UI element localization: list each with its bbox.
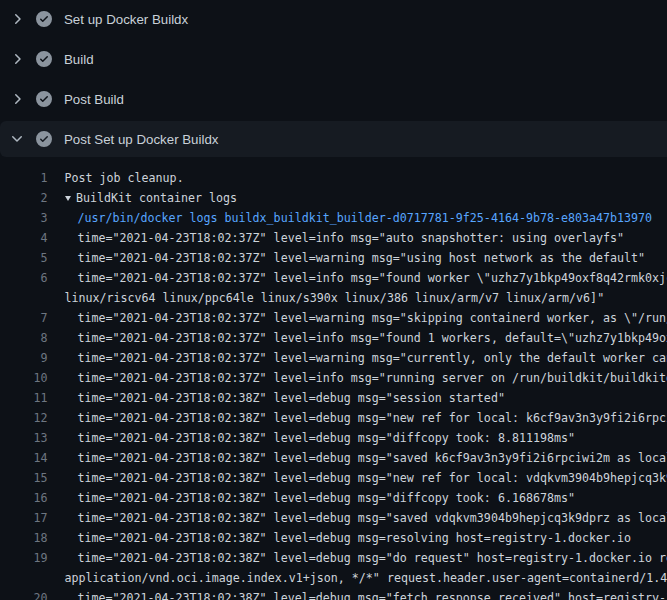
step-title: Build <box>64 52 94 67</box>
line-number[interactable]: 20 <box>0 588 48 600</box>
log-row: 1Post job cleanup. <box>0 168 667 188</box>
step-header-set-up-docker-buildx[interactable]: Set up Docker Buildx <box>0 0 667 40</box>
step-title: Set up Docker Buildx <box>64 12 188 27</box>
log-row: 8time="2021-04-23T18:02:37Z" level=info … <box>0 328 667 348</box>
log-text: time="2021-04-23T18:02:38Z" level=debug … <box>77 388 505 408</box>
line-number[interactable]: 19 <box>0 548 48 568</box>
log-row: 2BuildKit container logs <box>0 188 667 208</box>
step-title: Post Set up Docker Buildx <box>64 132 218 147</box>
log-row: 5time="2021-04-23T18:02:37Z" level=warni… <box>0 248 667 268</box>
log-text: time="2021-04-23T18:02:37Z" level=info m… <box>77 268 667 288</box>
log-row: linux/riscv64 linux/ppc64le linux/s390x … <box>0 288 667 308</box>
triangle-down-icon <box>65 196 71 201</box>
log-row: 6time="2021-04-23T18:02:37Z" level=info … <box>0 268 667 288</box>
log-text: application/vnd.oci.image.index.v1+json,… <box>65 568 667 588</box>
log-text: time="2021-04-23T18:02:38Z" level=debug … <box>77 468 667 488</box>
chevron-down-icon <box>9 131 25 147</box>
log-row: 18time="2021-04-23T18:02:38Z" level=debu… <box>0 528 667 548</box>
line-number[interactable]: 7 <box>0 308 48 328</box>
chevron-right-icon <box>9 91 25 107</box>
line-number[interactable]: 13 <box>0 428 48 448</box>
log-group-title: BuildKit container logs <box>76 191 237 205</box>
log-text: time="2021-04-23T18:02:38Z" level=debug … <box>77 588 667 600</box>
log-area: 1Post job cleanup.2BuildKit container lo… <box>0 157 667 600</box>
log-text: time="2021-04-23T18:02:38Z" level=debug … <box>77 428 575 448</box>
log-row: application/vnd.oci.image.index.v1+json,… <box>0 568 667 588</box>
log-row: 11time="2021-04-23T18:02:38Z" level=debu… <box>0 388 667 408</box>
line-number[interactable]: 3 <box>0 208 48 228</box>
check-circle-icon <box>36 11 52 27</box>
log-text: time="2021-04-23T18:02:38Z" level=debug … <box>77 508 667 528</box>
line-number[interactable]: 6 <box>0 268 48 288</box>
log-command-text: /usr/bin/docker logs buildx_buildkit_bui… <box>77 208 652 228</box>
log-row: 20time="2021-04-23T18:02:38Z" level=debu… <box>0 588 667 600</box>
log-text: time="2021-04-23T18:02:38Z" level=debug … <box>77 488 575 508</box>
actions-log-page: { "colors": { "background": "#0d1117", "… <box>0 0 667 600</box>
log-text: time="2021-04-23T18:02:37Z" level=info m… <box>77 368 667 388</box>
log-text: time="2021-04-23T18:02:38Z" level=debug … <box>77 408 667 428</box>
log-text: time="2021-04-23T18:02:37Z" level=warnin… <box>77 308 667 328</box>
line-number[interactable]: 16 <box>0 488 48 508</box>
step-list: Set up Docker BuildxBuildPost BuildPost … <box>0 0 667 160</box>
line-number[interactable]: 12 <box>0 408 48 428</box>
line-number[interactable]: 1 <box>0 168 48 188</box>
log-text: time="2021-04-23T18:02:38Z" level=debug … <box>77 548 667 568</box>
log-text: linux/riscv64 linux/ppc64le linux/s390x … <box>65 288 605 308</box>
log-row: 17time="2021-04-23T18:02:38Z" level=debu… <box>0 508 667 528</box>
line-number[interactable]: 5 <box>0 248 48 268</box>
line-number[interactable]: 10 <box>0 368 48 388</box>
step-header-build[interactable]: Build <box>0 40 667 80</box>
line-number[interactable]: 4 <box>0 228 48 248</box>
line-number[interactable]: 18 <box>0 528 48 548</box>
line-number[interactable]: 15 <box>0 468 48 488</box>
check-circle-icon <box>36 51 52 67</box>
log-row: 16time="2021-04-23T18:02:38Z" level=debu… <box>0 488 667 508</box>
line-number[interactable]: 14 <box>0 448 48 468</box>
log-text: Post job cleanup. <box>65 168 184 188</box>
log-row: 9time="2021-04-23T18:02:37Z" level=warni… <box>0 348 667 368</box>
log-text: time="2021-04-23T18:02:38Z" level=debug … <box>77 448 667 468</box>
step-title: Post Build <box>64 92 124 107</box>
line-number[interactable]: 11 <box>0 388 48 408</box>
line-number[interactable]: 9 <box>0 348 48 368</box>
step-header-post-set-up-docker-buildx[interactable]: Post Set up Docker Buildx <box>0 121 667 157</box>
log-row: 13time="2021-04-23T18:02:38Z" level=debu… <box>0 428 667 448</box>
log-row: 10time="2021-04-23T18:02:37Z" level=info… <box>0 368 667 388</box>
check-circle-icon <box>36 91 52 107</box>
log-text: time="2021-04-23T18:02:38Z" level=debug … <box>77 528 631 548</box>
chevron-right-icon <box>9 51 25 67</box>
check-circle-icon <box>36 131 52 147</box>
log-row: 12time="2021-04-23T18:02:38Z" level=debu… <box>0 408 667 428</box>
log-row: 15time="2021-04-23T18:02:38Z" level=debu… <box>0 468 667 488</box>
log-text: time="2021-04-23T18:02:37Z" level=info m… <box>77 328 667 348</box>
line-number[interactable]: 17 <box>0 508 48 528</box>
chevron-right-icon <box>9 11 25 27</box>
log-row: 14time="2021-04-23T18:02:38Z" level=debu… <box>0 448 667 468</box>
step-header-post-build[interactable]: Post Build <box>0 80 667 120</box>
log-group-toggle[interactable]: BuildKit container logs <box>65 188 238 208</box>
log-text: time="2021-04-23T18:02:37Z" level=warnin… <box>77 348 667 368</box>
log-text: time="2021-04-23T18:02:37Z" level=info m… <box>77 228 624 248</box>
log-row: 7time="2021-04-23T18:02:37Z" level=warni… <box>0 308 667 328</box>
log-row: 19time="2021-04-23T18:02:38Z" level=debu… <box>0 548 667 568</box>
log-row: 3/usr/bin/docker logs buildx_buildkit_bu… <box>0 208 667 228</box>
log-text: time="2021-04-23T18:02:37Z" level=warnin… <box>77 248 645 268</box>
log-row: 4time="2021-04-23T18:02:37Z" level=info … <box>0 228 667 248</box>
line-number[interactable]: 8 <box>0 328 48 348</box>
line-number[interactable]: 2 <box>0 188 48 208</box>
